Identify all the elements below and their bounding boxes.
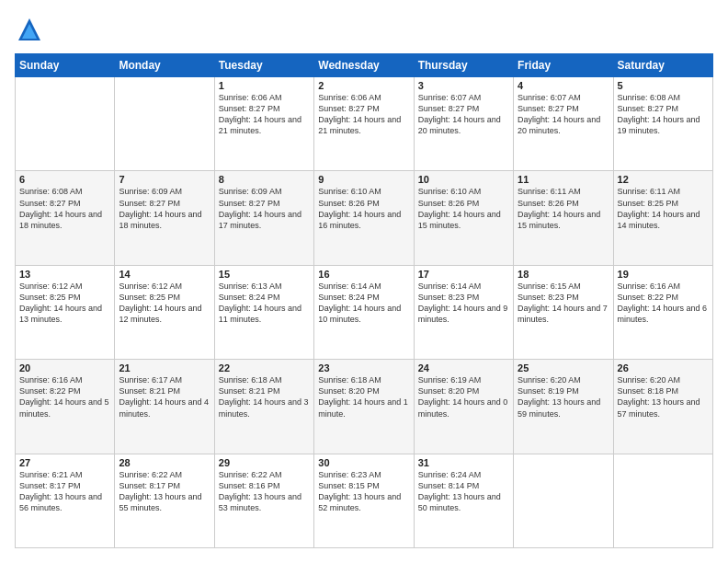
calendar-cell: 28Sunrise: 6:22 AM Sunset: 8:17 PM Dayli… — [115, 454, 214, 547]
day-info: Sunrise: 6:07 AM Sunset: 8:27 PM Dayligh… — [418, 92, 509, 137]
calendar-cell: 2Sunrise: 6:06 AM Sunset: 8:27 PM Daylig… — [314, 77, 414, 171]
day-info: Sunrise: 6:22 AM Sunset: 8:16 PM Dayligh… — [219, 469, 310, 514]
weekday-header-thursday: Thursday — [414, 54, 513, 77]
weekday-header-tuesday: Tuesday — [214, 54, 313, 77]
day-info: Sunrise: 6:10 AM Sunset: 8:26 PM Dayligh… — [318, 186, 409, 231]
calendar-cell: 31Sunrise: 6:24 AM Sunset: 8:14 PM Dayli… — [414, 454, 513, 547]
day-info: Sunrise: 6:14 AM Sunset: 8:23 PM Dayligh… — [418, 281, 509, 326]
calendar-cell: 29Sunrise: 6:22 AM Sunset: 8:16 PM Dayli… — [214, 454, 313, 547]
weekday-header-wednesday: Wednesday — [314, 54, 414, 77]
day-number: 22 — [219, 362, 310, 373]
weekday-header-sunday: Sunday — [16, 54, 115, 77]
day-info: Sunrise: 6:17 AM Sunset: 8:21 PM Dayligh… — [119, 374, 210, 419]
calendar-cell: 23Sunrise: 6:18 AM Sunset: 8:20 PM Dayli… — [314, 360, 414, 454]
day-number: 2 — [318, 80, 409, 91]
weekday-header-monday: Monday — [115, 54, 214, 77]
calendar-cell: 26Sunrise: 6:20 AM Sunset: 8:18 PM Dayli… — [613, 360, 712, 454]
day-info: Sunrise: 6:06 AM Sunset: 8:27 PM Dayligh… — [318, 92, 409, 137]
calendar-cell: 19Sunrise: 6:16 AM Sunset: 8:22 PM Dayli… — [613, 265, 712, 359]
calendar-cell: 30Sunrise: 6:23 AM Sunset: 8:15 PM Dayli… — [314, 454, 414, 547]
day-info: Sunrise: 6:08 AM Sunset: 8:27 PM Dayligh… — [618, 92, 709, 137]
day-number: 3 — [418, 80, 509, 91]
calendar-cell: 10Sunrise: 6:10 AM Sunset: 8:26 PM Dayli… — [414, 171, 513, 265]
day-info: Sunrise: 6:21 AM Sunset: 8:17 PM Dayligh… — [19, 469, 110, 514]
day-info: Sunrise: 6:20 AM Sunset: 8:18 PM Dayligh… — [618, 374, 709, 419]
day-info: Sunrise: 6:16 AM Sunset: 8:22 PM Dayligh… — [618, 281, 709, 326]
day-info: Sunrise: 6:12 AM Sunset: 8:25 PM Dayligh… — [19, 281, 110, 326]
day-number: 14 — [119, 269, 210, 280]
calendar-cell — [514, 454, 613, 547]
day-info: Sunrise: 6:13 AM Sunset: 8:24 PM Dayligh… — [219, 281, 310, 326]
day-number: 16 — [318, 269, 409, 280]
calendar: SundayMondayTuesdayWednesdayThursdayFrid… — [15, 53, 713, 548]
calendar-cell: 18Sunrise: 6:15 AM Sunset: 8:23 PM Dayli… — [514, 265, 613, 359]
calendar-cell — [115, 77, 214, 171]
calendar-cell: 14Sunrise: 6:12 AM Sunset: 8:25 PM Dayli… — [115, 265, 214, 359]
week-row-3: 20Sunrise: 6:16 AM Sunset: 8:22 PM Dayli… — [16, 360, 713, 454]
day-number: 18 — [518, 269, 609, 280]
day-info: Sunrise: 6:24 AM Sunset: 8:14 PM Dayligh… — [418, 469, 509, 514]
day-number: 6 — [19, 174, 110, 185]
calendar-cell: 22Sunrise: 6:18 AM Sunset: 8:21 PM Dayli… — [214, 360, 313, 454]
day-info: Sunrise: 6:12 AM Sunset: 8:25 PM Dayligh… — [119, 281, 210, 326]
day-info: Sunrise: 6:18 AM Sunset: 8:21 PM Dayligh… — [219, 374, 310, 419]
day-number: 29 — [219, 457, 310, 468]
calendar-cell: 5Sunrise: 6:08 AM Sunset: 8:27 PM Daylig… — [613, 77, 712, 171]
calendar-cell: 20Sunrise: 6:16 AM Sunset: 8:22 PM Dayli… — [16, 360, 115, 454]
day-number: 4 — [518, 80, 609, 91]
day-info: Sunrise: 6:16 AM Sunset: 8:22 PM Dayligh… — [19, 374, 110, 419]
weekday-header-friday: Friday — [514, 54, 613, 77]
day-info: Sunrise: 6:09 AM Sunset: 8:27 PM Dayligh… — [119, 186, 210, 231]
day-number: 25 — [518, 362, 609, 373]
day-number: 12 — [618, 174, 709, 185]
day-number: 28 — [119, 457, 210, 468]
weekday-header-row: SundayMondayTuesdayWednesdayThursdayFrid… — [16, 54, 713, 77]
day-number: 19 — [618, 269, 709, 280]
day-info: Sunrise: 6:09 AM Sunset: 8:27 PM Dayligh… — [219, 186, 310, 231]
calendar-cell: 15Sunrise: 6:13 AM Sunset: 8:24 PM Dayli… — [214, 265, 313, 359]
calendar-cell — [16, 77, 115, 171]
calendar-cell: 9Sunrise: 6:10 AM Sunset: 8:26 PM Daylig… — [314, 171, 414, 265]
day-number: 20 — [19, 362, 110, 373]
calendar-cell: 12Sunrise: 6:11 AM Sunset: 8:25 PM Dayli… — [613, 171, 712, 265]
day-number: 9 — [318, 174, 409, 185]
day-number: 27 — [19, 457, 110, 468]
day-number: 30 — [318, 457, 409, 468]
day-number: 13 — [19, 269, 110, 280]
day-number: 11 — [518, 174, 609, 185]
day-number: 21 — [119, 362, 210, 373]
calendar-cell: 25Sunrise: 6:20 AM Sunset: 8:19 PM Dayli… — [514, 360, 613, 454]
day-number: 5 — [618, 80, 709, 91]
calendar-cell: 24Sunrise: 6:19 AM Sunset: 8:20 PM Dayli… — [414, 360, 513, 454]
day-info: Sunrise: 6:08 AM Sunset: 8:27 PM Dayligh… — [19, 186, 110, 231]
week-row-0: 1Sunrise: 6:06 AM Sunset: 8:27 PM Daylig… — [16, 77, 713, 171]
calendar-cell: 21Sunrise: 6:17 AM Sunset: 8:21 PM Dayli… — [115, 360, 214, 454]
calendar-cell: 7Sunrise: 6:09 AM Sunset: 8:27 PM Daylig… — [115, 171, 214, 265]
calendar-cell: 27Sunrise: 6:21 AM Sunset: 8:17 PM Dayli… — [16, 454, 115, 547]
day-number: 8 — [219, 174, 310, 185]
calendar-cell: 8Sunrise: 6:09 AM Sunset: 8:27 PM Daylig… — [214, 171, 313, 265]
calendar-cell: 16Sunrise: 6:14 AM Sunset: 8:24 PM Dayli… — [314, 265, 414, 359]
calendar-cell: 13Sunrise: 6:12 AM Sunset: 8:25 PM Dayli… — [16, 265, 115, 359]
day-number: 26 — [618, 362, 709, 373]
day-info: Sunrise: 6:06 AM Sunset: 8:27 PM Dayligh… — [219, 92, 310, 137]
page: SundayMondayTuesdayWednesdayThursdayFrid… — [0, 0, 728, 563]
day-info: Sunrise: 6:07 AM Sunset: 8:27 PM Dayligh… — [518, 92, 609, 137]
day-info: Sunrise: 6:18 AM Sunset: 8:20 PM Dayligh… — [318, 374, 409, 419]
day-number: 24 — [418, 362, 509, 373]
day-info: Sunrise: 6:14 AM Sunset: 8:24 PM Dayligh… — [318, 281, 409, 326]
day-number: 15 — [219, 269, 310, 280]
calendar-cell: 6Sunrise: 6:08 AM Sunset: 8:27 PM Daylig… — [16, 171, 115, 265]
day-number: 31 — [418, 457, 509, 468]
day-info: Sunrise: 6:11 AM Sunset: 8:26 PM Dayligh… — [518, 186, 609, 231]
logo-icon — [15, 15, 44, 44]
calendar-cell: 1Sunrise: 6:06 AM Sunset: 8:27 PM Daylig… — [214, 77, 313, 171]
calendar-cell — [613, 454, 712, 547]
logo — [15, 15, 48, 44]
day-number: 1 — [219, 80, 310, 91]
day-info: Sunrise: 6:15 AM Sunset: 8:23 PM Dayligh… — [518, 281, 609, 326]
week-row-4: 27Sunrise: 6:21 AM Sunset: 8:17 PM Dayli… — [16, 454, 713, 547]
day-number: 23 — [318, 362, 409, 373]
day-number: 17 — [418, 269, 509, 280]
calendar-cell: 4Sunrise: 6:07 AM Sunset: 8:27 PM Daylig… — [514, 77, 613, 171]
